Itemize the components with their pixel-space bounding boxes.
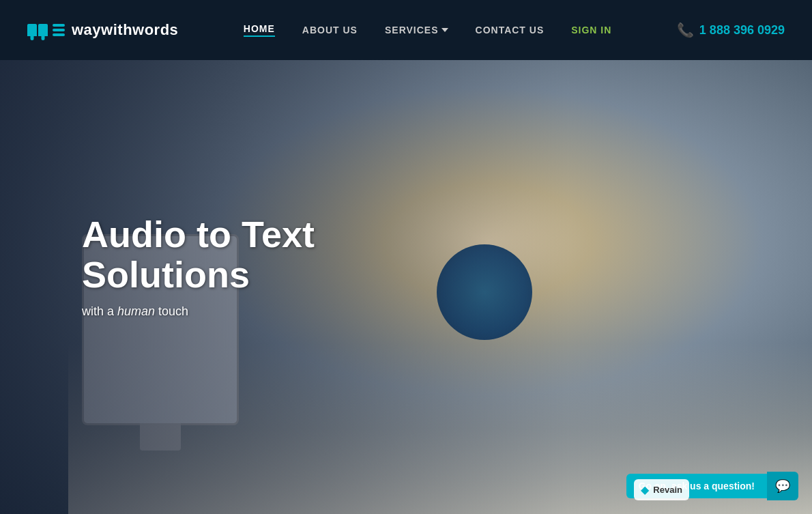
logo-bars xyxy=(53,24,65,36)
revain-diamond-icon: ◆ xyxy=(641,483,649,496)
logo-bar-1 xyxy=(53,24,65,27)
logo[interactable]: waywithwords xyxy=(27,21,178,39)
quote-mark-right xyxy=(38,24,48,36)
hero-content: Audio to Text Solutions with a human tou… xyxy=(0,60,812,514)
hero-tagline: with a human touch xyxy=(82,304,812,319)
chat-icon: 💬 xyxy=(775,479,790,494)
logo-text: waywithwords xyxy=(72,21,178,39)
revain-badge[interactable]: ◆ Revain xyxy=(634,479,689,500)
nav-contact[interactable]: CONTACT US xyxy=(476,25,545,35)
nav-about[interactable]: ABOUT US xyxy=(302,25,358,35)
phone-icon: 📞 xyxy=(677,22,694,38)
quote-mark-left xyxy=(27,24,37,36)
nav-links: HOME ABOUT US SERVICES CONTACT US SIGN I… xyxy=(244,23,612,37)
logo-bar-3 xyxy=(53,33,65,36)
phone-area[interactable]: 📞 1 888 396 0929 xyxy=(677,22,785,38)
revain-label: Revain xyxy=(653,485,682,495)
phone-number: 1 888 396 0929 xyxy=(699,23,785,38)
hero-title-line1: Audio to Text xyxy=(82,214,812,255)
nav-signin[interactable]: SIGN IN xyxy=(571,25,611,35)
logo-icon xyxy=(27,24,65,36)
navbar: waywithwords HOME ABOUT US SERVICES CONT… xyxy=(0,0,812,60)
chat-icon-button[interactable]: 💬 xyxy=(767,472,798,500)
services-chevron-icon xyxy=(441,28,448,32)
logo-bar-2 xyxy=(53,29,65,31)
nav-services[interactable]: SERVICES xyxy=(385,25,448,35)
logo-quotes xyxy=(27,24,48,36)
nav-home[interactable]: HOME xyxy=(244,23,275,37)
hero-title-line2: Solutions xyxy=(82,255,812,295)
